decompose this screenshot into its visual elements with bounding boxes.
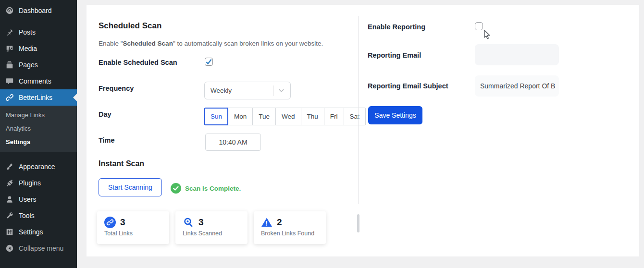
link-icon (104, 217, 116, 228)
description-text: Enable " (99, 40, 123, 47)
scheduled-scan-description: Enable "Scheduled Scan" to automatically… (99, 40, 323, 47)
search-icon (183, 217, 194, 228)
reporting-email-subject-label: Reporting Email Subject (368, 82, 448, 90)
sliders-icon (5, 227, 14, 237)
plugin-icon (5, 178, 14, 188)
sidebar-item-label: Collapse menu (19, 244, 63, 252)
sidebar-item-label: Plugins (19, 179, 41, 187)
mouse-cursor-icon (484, 30, 491, 40)
sidebar-separator (0, 152, 77, 158)
checkmark-icon (206, 59, 212, 65)
comment-icon (5, 76, 14, 86)
sidebar-item-betterlinks[interactable]: BetterLinks (0, 89, 77, 106)
reporting-email-label: Reporting Email (368, 51, 421, 59)
description-bold-text: Scheduled Scan (123, 40, 173, 47)
save-settings-button[interactable]: Save Settings (368, 106, 422, 124)
sidebar-item-label: Media (19, 45, 37, 52)
stat-label: Links Scanned (183, 230, 240, 237)
betterlinks-icon (5, 93, 14, 102)
sidebar-item-label: Dashboard (19, 7, 52, 14)
scan-status-text: Scan is Complete. (185, 185, 241, 192)
time-input[interactable]: 10:40 AM (205, 134, 261, 151)
select-divider (273, 85, 273, 96)
sidebar-item-plugins[interactable]: Plugins (0, 175, 77, 191)
sidebar-item-users[interactable]: Users (0, 191, 77, 207)
stat-card-links-scanned: 3 Links Scanned (175, 211, 248, 244)
time-label: Time (99, 136, 115, 144)
sidebar-item-pages[interactable]: Pages (0, 57, 77, 73)
day-button-sat[interactable]: Sat (344, 108, 366, 125)
sidebar-item-posts[interactable]: Posts (0, 24, 77, 40)
day-button-tue[interactable]: Tue (252, 108, 276, 125)
media-icon (5, 44, 14, 53)
enable-reporting-label: Enable Reporting (368, 23, 425, 31)
wrench-icon (5, 211, 14, 220)
settings-panel: Scheduled Scan Enable "Scheduled Scan" t… (87, 5, 639, 256)
sidebar-item-label: Appearance (19, 163, 55, 171)
submenu-item-settings[interactable]: Settings (0, 135, 77, 149)
description-text: " to automatically scan broken links on … (173, 40, 323, 47)
day-button-mon[interactable]: Mon (228, 108, 253, 125)
frequency-label: Frequency (99, 85, 134, 92)
sidebar-item-dashboard[interactable]: Dashboard (0, 2, 77, 19)
frequency-selected-value: Weekly (211, 87, 232, 94)
pushpin-icon (5, 27, 14, 37)
stat-value: 3 (120, 217, 125, 228)
enable-reporting-checkbox[interactable] (475, 22, 483, 30)
enable-scheduled-scan-checkbox[interactable] (205, 58, 213, 66)
enable-scheduled-scan-label: Enable Scheduled Scan (99, 59, 177, 66)
sidebar-item-media[interactable]: Media (0, 40, 77, 57)
sidebar-item-appearance[interactable]: Appearance (0, 158, 77, 175)
sidebar-separator (0, 19, 77, 24)
sidebar-item-label: Posts (19, 28, 36, 36)
column-divider (358, 16, 359, 204)
instant-scan-title: Instant Scan (99, 159, 144, 168)
day-button-fri[interactable]: Fri (324, 108, 344, 125)
sidebar-item-tools[interactable]: Tools (0, 207, 77, 224)
scheduled-scan-title: Scheduled Scan (99, 21, 161, 31)
reporting-email-subject-input[interactable]: Summarized Report Of B (475, 75, 559, 97)
stat-label: Total Links (104, 230, 162, 237)
user-icon (5, 195, 14, 204)
sidebar-item-collapse-menu[interactable]: Collapse menu (0, 240, 77, 256)
day-button-wed[interactable]: Wed (275, 108, 301, 125)
success-check-icon (171, 183, 181, 194)
day-selector: Sun Mon Tue Wed Thu Fri Sat (204, 108, 366, 125)
scrollbar-thumb[interactable] (357, 214, 359, 232)
paintbrush-icon (5, 162, 14, 171)
sidebar-item-label: Settings (19, 228, 43, 236)
admin-sidebar: Dashboard Posts Media Pages Commen (0, 0, 77, 268)
stat-card-total-links: 3 Total Links (97, 211, 169, 244)
stat-value: 3 (198, 217, 204, 228)
dashboard-icon (5, 6, 14, 15)
sidebar-item-label: Pages (19, 61, 38, 69)
stat-value: 2 (277, 217, 282, 228)
sidebar-item-label: Tools (19, 212, 35, 219)
stat-label: Broken Links Found (261, 230, 319, 237)
reporting-email-input[interactable] (475, 44, 559, 65)
collapse-arrow-icon (5, 244, 14, 253)
day-button-thu[interactable]: Thu (301, 108, 324, 125)
day-label: Day (99, 110, 111, 118)
sidebar-item-label: Comments (19, 77, 51, 85)
submenu-item-manage-links[interactable]: Manage Links (0, 109, 77, 122)
pages-icon (5, 60, 14, 70)
sidebar-item-label: BetterLinks (19, 94, 52, 101)
stat-card-broken-links: 2 Broken Links Found (254, 211, 326, 244)
frequency-select[interactable]: Weekly (204, 82, 291, 99)
sidebar-item-comments[interactable]: Comments (0, 73, 77, 89)
warning-icon (261, 217, 272, 228)
day-button-sun[interactable]: Sun (204, 108, 228, 125)
scan-stats: 3 Total Links 3 Links Scanned 2 Broken L… (97, 211, 326, 244)
start-scanning-button[interactable]: Start Scanning (99, 178, 162, 196)
scan-status: Scan is Complete. (171, 183, 241, 194)
sidebar-item-settings[interactable]: Settings (0, 224, 77, 240)
sidebar-item-label: Users (19, 195, 37, 203)
betterlinks-submenu: Manage Links Analytics Settings (0, 106, 77, 152)
submenu-item-analytics[interactable]: Analytics (0, 122, 77, 135)
chevron-down-icon (278, 87, 285, 94)
